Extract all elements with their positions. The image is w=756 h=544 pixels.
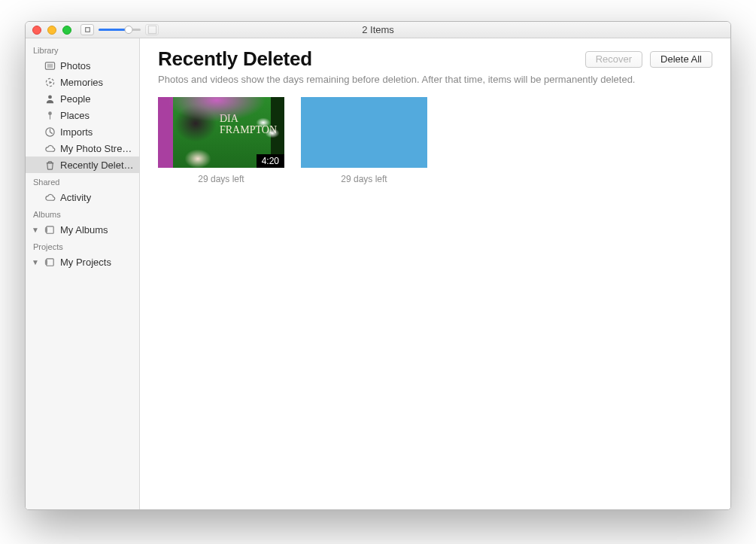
svg-rect-1 bbox=[148, 26, 156, 33]
page-title: Recently Deleted bbox=[158, 47, 312, 71]
sidebar-section-projects: Projects bbox=[26, 238, 139, 254]
sidebar-section-library: Library bbox=[26, 41, 139, 57]
people-icon bbox=[44, 93, 56, 105]
titlebar: 2 Items bbox=[26, 22, 730, 38]
sidebar-section-shared: Shared bbox=[26, 173, 139, 189]
sidebar-item-imports[interactable]: Imports bbox=[26, 123, 139, 140]
days-left-caption: 29 days left bbox=[301, 174, 427, 184]
svg-rect-12 bbox=[46, 258, 53, 265]
window-controls bbox=[26, 26, 71, 35]
chevron-down-icon[interactable]: ▼ bbox=[32, 258, 39, 266]
svg-rect-3 bbox=[47, 63, 53, 67]
sidebar-item-label: People bbox=[60, 93, 90, 105]
sidebar-item-photo-stream[interactable]: My Photo Stre… bbox=[26, 140, 139, 157]
memories-icon bbox=[44, 76, 56, 88]
sidebar-item-recently-deleted[interactable]: Recently Delet… bbox=[26, 157, 139, 173]
page-subtitle: Photos and videos show the days remainin… bbox=[158, 74, 712, 85]
thumbnail-small-icon bbox=[82, 24, 93, 35]
sidebar-item-label: My Albums bbox=[60, 224, 108, 236]
zoom-icon[interactable] bbox=[62, 26, 71, 35]
content-header: Recently Deleted Recover Delete All bbox=[158, 47, 712, 71]
close-icon[interactable] bbox=[32, 26, 41, 35]
recover-button[interactable]: Recover bbox=[585, 51, 642, 68]
days-left-caption: 29 days left bbox=[158, 174, 284, 184]
app-window: 2 Items Library Photos Memories bbox=[25, 21, 731, 510]
thumbnail-size-slider[interactable] bbox=[99, 25, 141, 35]
album-icon bbox=[44, 223, 56, 236]
sidebar-item-label: Imports bbox=[60, 126, 93, 138]
sidebar-item-label: My Photo Stre… bbox=[60, 143, 132, 154]
sidebar-item-activity[interactable]: Activity bbox=[26, 189, 139, 205]
cloud-icon bbox=[44, 142, 56, 154]
thumbnail-large-icon bbox=[147, 24, 158, 35]
thumbnail-size-max-button[interactable] bbox=[145, 24, 159, 35]
svg-rect-0 bbox=[85, 28, 90, 32]
sidebar-item-places[interactable]: Places bbox=[26, 107, 139, 123]
sidebar-item-label: Memories bbox=[60, 77, 103, 88]
minimize-icon[interactable] bbox=[47, 26, 56, 35]
media-item[interactable]: DIA FRAMPTON 4:20 29 days left bbox=[158, 97, 284, 184]
media-thumbnail: DIA FRAMPTON 4:20 bbox=[158, 97, 284, 168]
thumbnail-overlay-text: DIA FRAMPTON bbox=[220, 114, 277, 135]
places-icon bbox=[44, 109, 56, 121]
sidebar-item-label: Places bbox=[60, 110, 90, 121]
imports-icon bbox=[44, 126, 56, 138]
body: Library Photos Memories bbox=[26, 38, 730, 509]
sidebar-item-memories[interactable]: Memories bbox=[26, 74, 139, 90]
main-content: Recently Deleted Recover Delete All Phot… bbox=[140, 38, 730, 509]
media-item[interactable]: 29 days left bbox=[301, 97, 427, 184]
svg-marker-5 bbox=[49, 81, 52, 84]
svg-rect-8 bbox=[49, 114, 50, 120]
sidebar-item-photos[interactable]: Photos bbox=[26, 57, 139, 74]
sidebar-item-label: Photos bbox=[60, 60, 90, 71]
trash-icon bbox=[44, 159, 56, 171]
delete-all-button[interactable]: Delete All bbox=[650, 51, 712, 68]
cloud-icon bbox=[44, 191, 56, 203]
album-icon bbox=[44, 256, 56, 268]
thumbnail-size-min-button[interactable] bbox=[80, 24, 94, 35]
sidebar-item-people[interactable]: People bbox=[26, 90, 139, 107]
video-duration-badge: 4:20 bbox=[257, 154, 284, 168]
sidebar-item-my-projects[interactable]: ▼ My Projects bbox=[26, 254, 139, 270]
photos-icon bbox=[44, 59, 56, 71]
thumbnail-grid: DIA FRAMPTON 4:20 29 days left 29 days l… bbox=[158, 97, 712, 184]
svg-rect-10 bbox=[46, 226, 53, 232]
sidebar-item-label: My Projects bbox=[60, 257, 111, 268]
chevron-down-icon[interactable]: ▼ bbox=[32, 226, 39, 234]
media-thumbnail bbox=[301, 97, 427, 168]
sidebar-item-label: Activity bbox=[60, 192, 91, 203]
toolbar-controls bbox=[80, 24, 159, 35]
sidebar-section-albums: Albums bbox=[26, 205, 139, 221]
svg-point-6 bbox=[48, 95, 52, 99]
sidebar-item-my-albums[interactable]: ▼ My Albums bbox=[26, 221, 139, 238]
sidebar-item-label: Recently Delet… bbox=[60, 160, 134, 171]
sidebar: Library Photos Memories bbox=[26, 38, 140, 509]
